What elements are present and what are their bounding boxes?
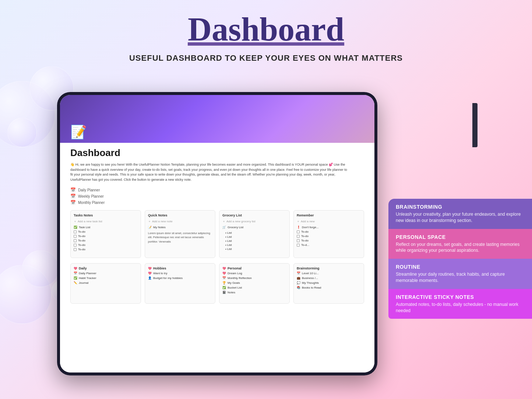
tablet-device: 📝 Dashboard 👋 Hi, we are happy to see yo…	[57, 92, 377, 375]
decorative-bubble-5	[22, 250, 59, 287]
notion-content: Dashboard 👋 Hi, we are happy to see you …	[60, 143, 374, 372]
hobby-budget-link[interactable]: 👤 Budget for my hobbies	[148, 276, 212, 280]
sticky-feature-desc: Automated notes, to-do lists, daily sche…	[396, 301, 525, 314]
feature-routine: ROUTINE Streamline your daily routines, …	[388, 259, 532, 289]
nav-weekly[interactable]: 📅 Weekly Planner	[70, 194, 364, 199]
daily-emoji: 💖	[74, 267, 77, 270]
personal-feature-desc: Reflect on your dreams, set goals, and c…	[396, 241, 525, 254]
my-thoughts-link[interactable]: 💭 My Thoughts	[297, 281, 361, 285]
monthly-reflection-icon: 📅	[222, 276, 226, 280]
routine-feature-desc: Streamline your daily routines, track ha…	[396, 271, 525, 284]
plus-icon-gl: ＋	[222, 219, 225, 223]
notes-icon: 📓	[222, 291, 226, 294]
grocery-list-card: Grocery List ＋ Add a new grocery list 🛒 …	[219, 210, 290, 258]
bullet-4: • List	[222, 243, 286, 247]
todo-item-1[interactable]: To-do	[74, 230, 138, 233]
dashboard-icon: 📝	[70, 124, 87, 140]
cards-row-1: Tasks Notes ＋ Add a new task list ✅ Task…	[70, 210, 364, 258]
journal-link[interactable]: ✏️ Journal	[74, 281, 138, 285]
checkbox-2[interactable]	[74, 235, 77, 238]
remember-header: Remember	[297, 213, 361, 217]
hobbies-header: 💖 Hobbies	[148, 266, 212, 270]
checkbox-5[interactable]	[74, 248, 77, 251]
dont-forget-item[interactable]: ❗ Don't forge...	[297, 226, 361, 229]
remember-todo-3[interactable]: To-do	[297, 239, 361, 242]
tasks-notes-title: Tasks Notes	[74, 213, 93, 217]
business-icon: 💼	[297, 276, 300, 280]
grocery-title: Grocery List	[222, 213, 242, 217]
page-header: Dashboard USEFUL DASHBOARD TO KEEP YOUR …	[0, 0, 532, 70]
business-link[interactable]: 💼 Business /...	[297, 276, 361, 280]
monthly-reflection-link[interactable]: 📅 Monthly Reflection	[222, 276, 286, 280]
weekly-planner-icon: 📅	[70, 194, 76, 199]
nav-monthly[interactable]: 📅 Monthly Planner	[70, 200, 364, 205]
remember-todo-4[interactable]: To-d...	[297, 243, 361, 247]
hobby-budget-icon: 👤	[148, 276, 152, 280]
level10-icon: 📅	[297, 272, 300, 275]
tasks-add-label[interactable]: ＋ Add a new task list	[74, 219, 138, 223]
features-panel: BRAINSTORMING Unleash your creativity, p…	[388, 199, 532, 319]
page-subtitle: USEFUL DASHBOARD TO KEEP YOUR EYES ON WH…	[0, 53, 532, 63]
bullet-1: • List	[222, 231, 286, 234]
remember-todo-2[interactable]: To-do	[297, 234, 361, 238]
routine-feature-title: ROUTINE	[396, 264, 525, 270]
todo-item-5[interactable]: To-do	[74, 248, 138, 251]
todo-item-2[interactable]: To-do	[74, 234, 138, 238]
todo-item-3[interactable]: To-do	[74, 239, 138, 242]
notes-link[interactable]: 📓 Notes	[222, 291, 286, 294]
grocery-emoji: 🛒	[222, 226, 226, 229]
tablet-screen: 📝 Dashboard 👋 Hi, we are happy to see yo…	[60, 95, 374, 372]
dream-log-link[interactable]: 💖 Dream Log	[222, 272, 286, 275]
daily-planner-link[interactable]: 📅 Daily Planner	[74, 272, 138, 275]
want-try-icon: 💖	[148, 272, 152, 275]
remember-todo-1[interactable]: To-do	[297, 230, 361, 233]
bullet-3: • List	[222, 239, 286, 243]
quick-notes-add[interactable]: ＋ Add a new note	[148, 219, 212, 223]
decorative-bubble-3	[7, 118, 37, 147]
journal-icon: ✏️	[74, 281, 77, 285]
bucket-list-icon: ✅	[222, 286, 226, 289]
monthly-planner-icon: 📅	[70, 200, 76, 205]
r-checkbox-4[interactable]	[297, 244, 300, 247]
r-checkbox-2[interactable]	[297, 235, 300, 238]
my-notes-item[interactable]: 📝 My Notes	[148, 226, 212, 229]
my-goals-link[interactable]: 🏆 My Goals	[222, 281, 286, 285]
checkbox-3[interactable]	[74, 239, 77, 242]
nav-daily[interactable]: 📅 Daily Planner	[70, 187, 364, 193]
brainstorming-title: Brainstorming	[297, 266, 320, 270]
remember-add[interactable]: ＋ Add a new	[297, 219, 361, 223]
checkbox-4[interactable]	[74, 244, 77, 247]
tablet-power-button	[472, 103, 478, 147]
habit-tracker-icon: ✅	[74, 276, 77, 280]
hobbies-emoji: 💖	[148, 267, 152, 270]
daily-header: 💖 Daily	[74, 266, 138, 270]
bullet-5: • List	[222, 247, 286, 251]
notes-text-content: Lorem ipsum dolor sit amet, consectetur …	[148, 231, 212, 244]
level10-link[interactable]: 📅 Level 10 Li...	[297, 272, 361, 275]
quick-notes-title: Quick Notes	[148, 213, 168, 217]
bucket-list-link[interactable]: ✅ Bucket List	[222, 286, 286, 289]
grocery-add[interactable]: ＋ Add a new grocery list	[222, 219, 286, 223]
daily-planner-icon: 📅	[70, 187, 76, 193]
dream-log-icon: 💖	[222, 272, 226, 275]
grocery-list-item[interactable]: 🛒 Grocery List	[222, 226, 286, 229]
checkbox-1[interactable]	[74, 230, 77, 233]
cards-row-2: 💖 Daily 📅 Daily Planner ✅ Habit Tracker …	[70, 263, 364, 304]
daily-planner-icon: 📅	[74, 272, 77, 275]
todo-item-4[interactable]: To-do	[74, 243, 138, 247]
want-to-try-link[interactable]: 💖 Want to try	[148, 272, 212, 275]
personal-header: 💖 Personal	[222, 266, 286, 270]
tasks-notes-card: Tasks Notes ＋ Add a new task list ✅ Task…	[70, 210, 141, 258]
tasks-notes-header: Tasks Notes	[74, 213, 138, 217]
r-checkbox-3[interactable]	[297, 239, 300, 242]
goals-icon: 🏆	[222, 281, 226, 285]
books-to-read-link[interactable]: 📚 Books to Read	[297, 286, 361, 289]
task-list-item[interactable]: ✅ Task List	[74, 226, 138, 229]
r-checkbox-1[interactable]	[297, 230, 300, 233]
feature-brainstorming: BRAINSTORMING Unleash your creativity, p…	[388, 199, 532, 229]
sticky-feature-title: INTERACTIVE STICKY NOTES	[396, 294, 525, 300]
nav-links: 📅 Daily Planner 📅 Weekly Planner 📅 Month…	[70, 187, 364, 205]
notion-description: 👋 Hi, we are happy to see you here! With…	[70, 162, 350, 182]
daily-card: 💖 Daily 📅 Daily Planner ✅ Habit Tracker …	[70, 263, 141, 304]
habit-tracker-link[interactable]: ✅ Habit Tracker	[74, 276, 138, 280]
